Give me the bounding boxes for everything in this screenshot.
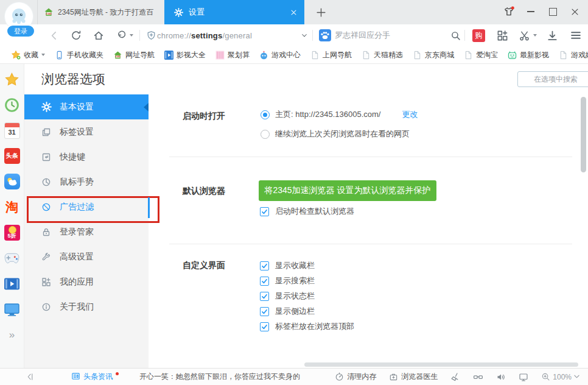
gamepad-icon[interactable] (4, 250, 20, 266)
zoom-control[interactable]: 100% (541, 372, 579, 381)
bookmark-aitaobao[interactable]: 爱淘宝 (459, 50, 503, 60)
radio-selected-icon[interactable] (261, 110, 270, 119)
vertical-scrollbar-thumb[interactable] (581, 97, 586, 172)
download-button[interactable] (547, 24, 558, 46)
bookmark-label: 影视大全 (177, 50, 206, 60)
bookmark-tmall[interactable]: 天猫精选 (357, 50, 408, 60)
screenshot-scissors-button[interactable] (519, 24, 530, 46)
collapse-panel-icon[interactable] (26, 372, 35, 381)
settings-search-input[interactable] (517, 71, 588, 87)
minimize-button[interactable] (520, 2, 542, 21)
favorites-star-icon[interactable] (4, 71, 20, 87)
nav-about-us[interactable]: 关于我们 (24, 294, 149, 319)
nav-advanced-settings[interactable]: 高级设置 (24, 244, 149, 269)
undo-button[interactable] (116, 24, 127, 46)
radio-continue-option[interactable]: 继续浏览上次关闭浏览器时在看的网页 (261, 129, 410, 140)
nav-shortcut-keys[interactable]: 快捷键 (24, 144, 149, 169)
nav-login-manager[interactable]: 登录管家 (24, 219, 149, 244)
monitor-icon[interactable] (4, 302, 20, 317)
new-tab-button[interactable] (313, 4, 329, 20)
checkbox-checked-icon[interactable] (260, 261, 269, 270)
shopping-badge[interactable]: 购 (472, 29, 485, 42)
checkbox-checked-icon[interactable] (260, 307, 269, 316)
bookmark-jd[interactable]: 京东商城 (408, 50, 459, 60)
checkbox-show-status-bar[interactable]: 显示状态栏 (260, 291, 315, 302)
bookmark-video-daquan[interactable]: 影视大全 (159, 50, 211, 60)
checkbox-show-side-bar[interactable]: 显示侧边栏 (260, 306, 315, 317)
news-headline[interactable]: 开心一笑：她忽然留下眼泪，你答应过我不卖身的 (139, 372, 300, 382)
clean-trace-broom-icon[interactable] (450, 372, 460, 382)
discount-icon[interactable]: 5折 (4, 225, 20, 241)
back-button[interactable] (49, 24, 59, 46)
change-link[interactable]: 更改 (402, 109, 418, 120)
bookmark-game-center[interactable]: 游戏中心 (254, 50, 306, 60)
settings-content: 启动时打开 主页: http://2345.136005.com/ 更改 继续浏… (149, 94, 588, 368)
search-input-text[interactable]: 罗志祥回应分手 (335, 24, 390, 46)
apps-grid-button[interactable] (497, 24, 508, 46)
browser-doctor-button[interactable]: 浏览器医生 (389, 372, 438, 382)
tab-home[interactable]: 2345 2345网址导航 - 致力于打造百 (37, 0, 164, 24)
undo-dropdown-caret[interactable] (130, 24, 133, 46)
bookmark-web-nav[interactable]: 上网导航 (306, 50, 357, 60)
horizontal-scrollbar-thumb[interactable] (304, 362, 578, 367)
svg-text:2345: 2345 (115, 55, 120, 58)
bookmark-label: 游戏中心 (271, 50, 301, 60)
bookmark-site-nav[interactable]: 2345 网址导航 (108, 50, 159, 60)
set-default-browser-button[interactable]: 将2345加速浏览器 设置为默认浏览器并保护 (259, 180, 436, 201)
strip-expand-chevrons[interactable]: » (4, 327, 20, 343)
maximize-button[interactable] (542, 2, 564, 21)
bookmark-mobile-favorites[interactable]: 手机收藏夹 (50, 50, 108, 60)
star-plus-icon (11, 50, 21, 60)
nav-my-apps[interactable]: 我的应用 (24, 269, 149, 294)
search-button[interactable] (450, 24, 461, 46)
radio-unselected-icon[interactable] (261, 130, 270, 139)
nav-basic-settings[interactable]: 基本设置 (24, 94, 149, 119)
toutiao-feed-button[interactable]: 头条资讯 (71, 372, 119, 382)
tab-close-icon[interactable] (290, 9, 297, 16)
incognito-glasses-icon[interactable] (473, 372, 483, 382)
toolbar-divider (139, 30, 140, 41)
checkbox-checked-icon[interactable] (260, 277, 269, 286)
url-display[interactable]: chrome://settings/general (157, 24, 252, 46)
checkbox-checked-icon[interactable] (260, 322, 269, 331)
tab-bar: 2345 2345网址导航 - 致力于打造百 设置 (0, 0, 588, 24)
clean-memory-button[interactable]: 清理内存 (335, 372, 376, 382)
nav-mouse-gestures[interactable]: 鼠标手势 (24, 169, 149, 194)
checkbox-tabs-on-top[interactable]: 标签栏放在浏览器顶部 (260, 321, 354, 332)
checkbox-checked-icon[interactable] (260, 292, 269, 301)
site-safety-shield-icon[interactable] (146, 24, 156, 46)
screenshot-dropdown-caret[interactable] (533, 24, 537, 46)
nav-label: 我的应用 (60, 277, 94, 288)
close-button[interactable] (564, 2, 586, 21)
toolbar-divider (464, 30, 465, 41)
login-button[interactable]: 登录 (6, 24, 35, 38)
video-film-icon[interactable] (4, 276, 20, 292)
skin-shirt-icon[interactable] (498, 2, 520, 21)
calendar-icon[interactable]: 31 (4, 122, 20, 138)
radio-homepage-option[interactable]: 主页: http://2345.136005.com/ 更改 (261, 109, 418, 120)
site-2345-favicon: 2345 (113, 51, 122, 60)
checkbox-show-search-bar[interactable]: 显示搜索栏 (260, 275, 315, 286)
fullscreen-monitor-icon[interactable] (519, 372, 528, 382)
bookmark-favorites[interactable]: 收藏 (6, 50, 50, 60)
speaker-icon[interactable] (496, 372, 506, 382)
checkbox-show-favorites-bar[interactable]: 显示收藏栏 (260, 260, 315, 271)
toutiao-news-icon[interactable]: 头条 (4, 148, 20, 164)
url-dropdown-chevron[interactable] (301, 24, 308, 46)
bookmark-latest-video[interactable]: 最新影视 (503, 50, 554, 60)
check-default-on-startup[interactable]: 启动时检查默认浏览器 (260, 206, 354, 217)
home-button[interactable] (93, 24, 104, 46)
bookmark-label: 游戏娱乐 (571, 50, 588, 60)
nav-tab-settings[interactable]: 标签设置 (24, 119, 149, 144)
search-engine-baidu-icon[interactable] (319, 24, 331, 46)
menu-button[interactable] (570, 24, 582, 46)
browser-window: 2345 2345网址导航 - 致力于打造百 设置 (0, 0, 588, 385)
bookmark-game-entertainment[interactable]: 游戏娱乐 (554, 50, 588, 60)
bookmark-juhuasuan[interactable]: 聚划算 (211, 50, 254, 60)
refresh-button[interactable] (71, 24, 82, 46)
weather-icon[interactable] (4, 174, 20, 189)
checkbox-checked-icon[interactable] (260, 207, 269, 216)
history-clock-icon[interactable] (4, 97, 20, 113)
taobao-icon[interactable]: 淘 (4, 199, 20, 215)
tab-settings[interactable]: 设置 (164, 0, 304, 24)
